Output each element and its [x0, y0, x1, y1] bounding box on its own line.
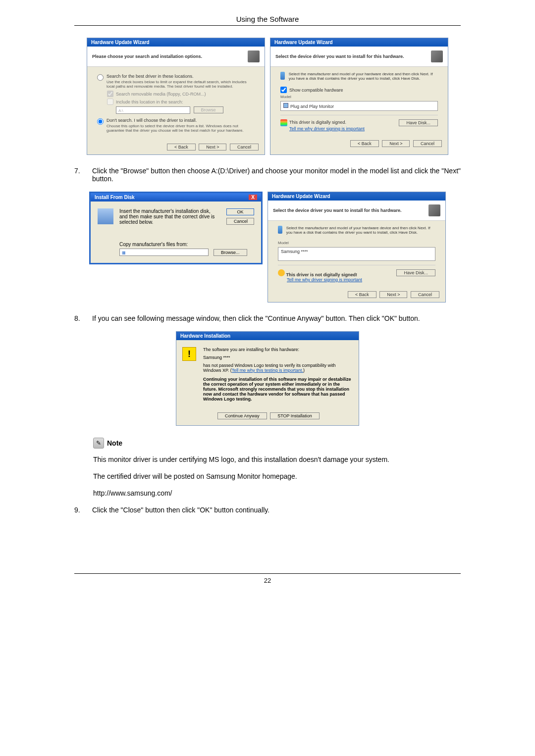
- radio-dont-search[interactable]: [97, 118, 104, 125]
- copy-label: Copy manufacturer's files from:: [119, 242, 254, 247]
- note-label: Note: [107, 439, 122, 447]
- back-button[interactable]: < Back: [167, 144, 196, 151]
- next-button[interactable]: Next >: [379, 291, 407, 298]
- signed-text: This driver is digitally signed.: [289, 120, 346, 125]
- chk-removable-label: Search removable media (floppy, CD-ROM..…: [116, 92, 206, 97]
- dialog2-instr: Select the manufacturer and model of you…: [289, 72, 438, 81]
- wizard-icon: [428, 204, 440, 216]
- next-button[interactable]: Next >: [382, 140, 410, 147]
- footer-divider: [74, 573, 461, 574]
- chk-location: [107, 99, 113, 105]
- model-label: Model: [280, 95, 438, 99]
- stop-installation-button[interactable]: STOP Installation: [270, 412, 320, 419]
- ifd-title: Install From Disk: [95, 195, 135, 200]
- step-8-num: 8.: [74, 314, 84, 322]
- hw-title: Hardware Installation: [176, 332, 359, 340]
- copy-path-input[interactable]: ▦: [119, 249, 209, 256]
- browse-button-disabled: Browse: [194, 106, 223, 113]
- cancel-button[interactable]: Cancel: [230, 144, 259, 151]
- hw-line2b: ): [303, 368, 305, 373]
- step-9-num: 9.: [74, 506, 84, 514]
- have-disk-button[interactable]: Have Disk...: [399, 119, 438, 126]
- samsung-url: http://www.samsung.com/: [93, 489, 461, 497]
- close-icon[interactable]: X: [249, 195, 257, 200]
- not-signed-text: This driver is not digitally signed!: [286, 272, 358, 277]
- dialog3-instr: Select the manufacturer and model of you…: [286, 226, 435, 235]
- chk-location-label: Include this location in the search:: [116, 100, 183, 104]
- note-icon: ✎: [93, 438, 104, 449]
- chk-show-compat-label: Show compatible hardware: [289, 88, 343, 93]
- have-disk-button-2[interactable]: Have Disk...: [396, 269, 435, 276]
- page-header: Using the Software: [74, 15, 461, 23]
- ifd-text: Insert the manufacturer's installation d…: [119, 208, 218, 225]
- radio2-label: Don't search. I will choose the driver t…: [107, 118, 255, 123]
- back-button[interactable]: < Back: [350, 140, 379, 147]
- tell-me-link[interactable]: Tell me why driver signing is important: [289, 126, 365, 131]
- dialog3-subtitle: Select the device driver you want to ins…: [273, 208, 402, 213]
- step-8: 8. If you can see following message wind…: [74, 314, 461, 322]
- dialog1-title: Hardware Update Wizard: [87, 38, 265, 47]
- header-divider: [74, 25, 461, 26]
- cancel-button[interactable]: Cancel: [413, 140, 442, 147]
- step-7-num: 7.: [74, 167, 84, 183]
- dialog2-title: Hardware Update Wizard: [270, 38, 448, 47]
- chk-show-compat[interactable]: [280, 87, 287, 93]
- hardware-installation-dialog: Hardware Installation ! The software you…: [176, 331, 359, 426]
- hw-line1: The software you are installing for this…: [203, 347, 352, 352]
- floppy-icon: [98, 208, 113, 224]
- model-list[interactable]: Plug and Play Monitor: [280, 101, 438, 111]
- dialog-search-options: Hardware Update Wizard Please choose you…: [87, 38, 265, 155]
- warning-icon: [278, 269, 285, 276]
- wizard-icon: [248, 50, 260, 62]
- radio1-desc: Use the check boxes below to limit or ex…: [107, 80, 255, 89]
- dialog1-subtitle: Please choose your search and installati…: [92, 54, 202, 59]
- step-8-text: If you can see following message window,…: [92, 314, 461, 322]
- warning-triangle-icon: !: [182, 347, 196, 361]
- dialog-select-driver-1: Hardware Update Wizard Select the device…: [270, 38, 448, 155]
- next-button[interactable]: Next >: [199, 144, 226, 151]
- step-7-text: Click the "Browse" button then choose A:…: [92, 167, 461, 183]
- step-9-text: Click the "Close" button then click "OK"…: [92, 506, 461, 514]
- disk-icon: [280, 72, 285, 80]
- dialog-select-driver-2: Hardware Update Wizard Select the device…: [268, 192, 446, 302]
- disk-icon: [278, 226, 282, 234]
- install-from-disk-dialog: Install From Disk X Insert the manufactu…: [89, 192, 263, 264]
- dialog3-title: Hardware Update Wizard: [268, 192, 445, 201]
- browse-button[interactable]: Browse...: [214, 249, 247, 256]
- step-9: 9. Click the "Close" button then click "…: [74, 506, 461, 514]
- page-number: 22: [74, 577, 461, 584]
- hw-warning: Continuing your installation of this sof…: [203, 377, 352, 402]
- radio2-desc: Choose this option to select the device …: [107, 124, 255, 133]
- hw-testing-link[interactable]: Tell me why this testing is important.: [232, 368, 303, 373]
- shield-icon: [280, 119, 287, 126]
- cancel-button[interactable]: Cancel: [226, 218, 254, 225]
- model-label-2: Model: [278, 241, 435, 245]
- hw-device: Samsung ****: [203, 355, 352, 360]
- note-heading: ✎ Note: [93, 438, 461, 449]
- back-button[interactable]: < Back: [348, 291, 376, 298]
- model-list-2[interactable]: Samsung ****: [278, 247, 435, 261]
- dialog-row-2: Install From Disk X Insert the manufactu…: [74, 192, 461, 302]
- note-p1: This monitor driver is under certifying …: [93, 455, 461, 463]
- monitor-icon: [283, 103, 288, 108]
- model-value: Plug and Play Monitor: [290, 104, 334, 109]
- radio1-label: Search for the best driver in these loca…: [107, 74, 255, 79]
- path-input: A:\: [116, 106, 190, 114]
- step-7: 7. Click the "Browse" button then choose…: [74, 167, 461, 183]
- dialog2-subtitle: Select the device driver you want to ins…: [275, 54, 404, 59]
- wizard-icon: [431, 50, 443, 62]
- note-p2: The certified driver will be posted on S…: [93, 472, 461, 480]
- cancel-button[interactable]: Cancel: [411, 291, 439, 298]
- model-value-2: Samsung ****: [281, 249, 308, 254]
- radio-search-best[interactable]: [97, 74, 104, 81]
- chk-removable: [107, 91, 113, 97]
- continue-anyway-button[interactable]: Continue Anyway: [217, 412, 267, 419]
- ok-button[interactable]: OK: [226, 208, 254, 215]
- dialog-row-1: Hardware Update Wizard Please choose you…: [74, 38, 461, 155]
- tell-me-link-2[interactable]: Tell me why driver signing is important: [287, 277, 362, 282]
